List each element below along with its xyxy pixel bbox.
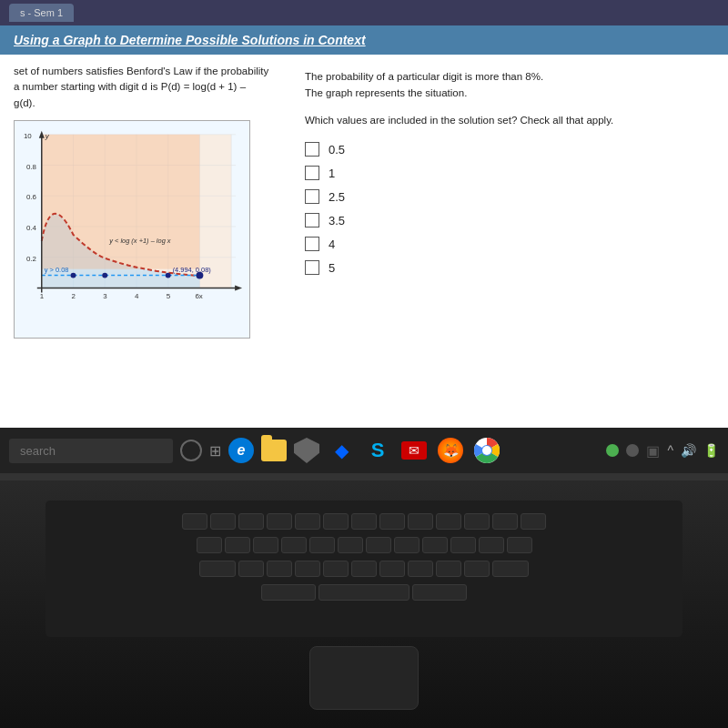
page-title: Using a Graph to Determine Possible Solu…: [14, 33, 366, 47]
chrome-icon[interactable]: [472, 436, 501, 465]
list-item: 0.5: [305, 142, 714, 157]
cortana-button[interactable]: [180, 440, 202, 461]
question-text: Which values are included in the solutio…: [305, 113, 714, 128]
edge-icon[interactable]: e: [228, 438, 254, 463]
browser-tab[interactable]: s - Sem 1: [9, 4, 74, 22]
svg-marker-23: [235, 285, 242, 290]
content-area: set of numbers satisfies Benford's Law i…: [0, 55, 728, 455]
list-item: 4: [305, 237, 714, 251]
left-column: set of numbers satisfies Benford's Law i…: [14, 64, 287, 446]
touchpad[interactable]: [309, 646, 419, 710]
checkbox-2.5[interactable]: [305, 189, 319, 204]
checkbox-3.5[interactable]: [305, 213, 319, 228]
gray-status-dot: [626, 444, 639, 457]
list-item: 1: [305, 166, 714, 180]
laptop-hinge: [0, 473, 728, 480]
laptop-screen: s - Sem 1 Using a Graph to Determine Pos…: [0, 0, 728, 464]
svg-text:10: 10: [24, 132, 32, 140]
svg-text:3: 3: [103, 292, 107, 300]
svg-text:4: 4: [135, 292, 139, 300]
svg-text:0.4: 0.4: [26, 224, 37, 232]
checkbox-1[interactable]: [305, 166, 319, 180]
checkbox-0.5[interactable]: [305, 142, 319, 157]
svg-text:6x: 6x: [195, 292, 202, 300]
list-item: 2.5: [305, 189, 714, 204]
dropbox-icon[interactable]: ◆: [327, 436, 356, 465]
graph-container: 10 0.8 0.6 0.4 0.2 1 2 3 4 5 6x y y < lo…: [14, 120, 250, 339]
svg-point-18: [102, 272, 107, 278]
svg-text:y < log (x +1) – log x: y < log (x +1) – log x: [108, 237, 171, 245]
right-column: The probability of a particular digit is…: [305, 64, 714, 446]
svg-text:1: 1: [40, 292, 45, 300]
green-status-dot: [606, 444, 619, 457]
firefox-icon[interactable]: 🦊: [436, 436, 465, 465]
svg-rect-14: [42, 135, 200, 269]
svg-text:5: 5: [167, 292, 171, 300]
list-item: 5: [305, 260, 714, 275]
volume-icon[interactable]: 🔊: [681, 443, 696, 458]
laptop-body: hp: [0, 473, 728, 728]
svg-text:0.6: 0.6: [26, 193, 37, 201]
unknown-icon: ▣: [646, 442, 660, 460]
checkbox-5[interactable]: [305, 260, 319, 275]
system-tray: ▣ ^ 🔊 🔋: [606, 442, 719, 460]
files-icon[interactable]: [261, 440, 287, 461]
svg-text:0.8: 0.8: [26, 162, 37, 170]
answer-choices: 0.5 1 2.5 3.5 4: [305, 142, 714, 275]
svg-text:0.2: 0.2: [26, 254, 36, 262]
taskview-button[interactable]: ⊞: [209, 442, 221, 460]
svg-point-41: [482, 446, 491, 455]
shield-icon[interactable]: [294, 438, 319, 463]
keyboard-area: [46, 500, 682, 637]
page-title-bar: Using a Graph to Determine Possible Solu…: [0, 25, 728, 55]
list-item: 3.5: [305, 213, 714, 228]
info-text: The probability of a particular digit is…: [305, 68, 714, 102]
skype-icon[interactable]: S: [363, 436, 392, 465]
svg-point-17: [166, 272, 171, 278]
svg-text:y > 0.08: y > 0.08: [45, 265, 69, 273]
tab-bar: s - Sem 1: [0, 0, 728, 25]
search-input[interactable]: [9, 439, 173, 463]
taskbar: ⊞ e ◆ S ✉ 🦊: [0, 428, 728, 473]
graph-svg: 10 0.8 0.6 0.4 0.2 1 2 3 4 5 6x y y < lo…: [15, 121, 249, 338]
svg-text:(4.994, 0.08): (4.994, 0.08): [173, 265, 212, 273]
svg-point-19: [71, 272, 76, 278]
chevron-up-icon[interactable]: ^: [667, 443, 673, 458]
battery-icon[interactable]: 🔋: [703, 443, 719, 458]
email-icon[interactable]: ✉: [399, 436, 429, 465]
checkbox-4[interactable]: [305, 237, 319, 251]
svg-text:2: 2: [72, 292, 76, 300]
problem-text: set of numbers satisfies Benford's Law i…: [14, 64, 287, 111]
